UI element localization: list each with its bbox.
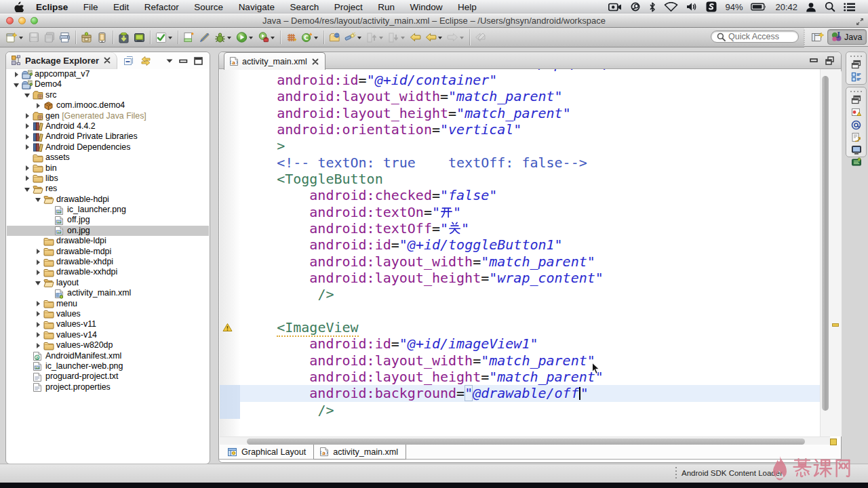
device-screen-capture-button[interactable] <box>132 29 147 45</box>
tree-item-drawable-xhdpi[interactable]: drawable-xhdpi <box>7 257 209 267</box>
view-menu-icon[interactable] <box>166 58 173 64</box>
new-wizard-button[interactable] <box>4 29 26 45</box>
tree-collapsed-arrow-icon[interactable] <box>35 342 41 349</box>
tree-collapsed-arrow-icon[interactable] <box>35 300 41 307</box>
android-sdk-manager-button[interactable] <box>79 29 94 45</box>
dropdown-caret-icon[interactable] <box>379 37 383 39</box>
tree-expanded-arrow-icon[interactable] <box>24 92 31 98</box>
maximize-icon[interactable] <box>194 57 203 65</box>
coverage-button[interactable] <box>283 29 299 45</box>
tree-collapsed-arrow-icon[interactable] <box>24 134 31 140</box>
dropdown-caret-icon[interactable] <box>249 37 253 39</box>
overview-warning-marker[interactable] <box>832 323 839 327</box>
open-task-button[interactable] <box>327 29 342 45</box>
tree-item-values-w820dp[interactable]: values-w820dp <box>7 340 209 350</box>
avd-manager-button[interactable] <box>94 29 110 45</box>
tree-item-bin[interactable]: bin <box>7 163 209 174</box>
tree-item-androidmanifest-xml[interactable]: aAndroidManifest.xml <box>7 351 209 361</box>
tree-item-values[interactable]: values <box>7 309 209 319</box>
editor-tab-activity-main[interactable]: a activity_main.xml <box>224 52 326 70</box>
notification-center-icon[interactable] <box>844 3 855 12</box>
tree-collapsed-arrow-icon[interactable] <box>35 310 41 317</box>
tree-item-android-4-4-2[interactable]: Android 4.4.2 <box>7 121 209 131</box>
wifi-icon[interactable] <box>664 2 678 12</box>
menu-refactor[interactable]: Refactor <box>144 2 179 12</box>
code-editor[interactable]: xmlns:tools="schemas.android.com/apk/res… <box>220 69 820 436</box>
tree-item-menu[interactable]: menu <box>7 299 209 309</box>
tray-text[interactable]: 94% <box>725 2 743 12</box>
dropdown-caret-icon[interactable] <box>168 37 172 39</box>
tree-item-ic-launcher-png[interactable]: ic_launcher.png <box>7 205 209 215</box>
apple-menu[interactable] <box>14 1 24 12</box>
tree-item-assets[interactable]: assets <box>7 152 209 163</box>
tree-item-activity-main-xml[interactable]: activity_main.xml <box>7 288 209 298</box>
tree-item-values-v14[interactable]: values-v14 <box>7 330 209 340</box>
tree-collapsed-arrow-icon[interactable] <box>35 321 41 328</box>
perspective-bar-handle[interactable] <box>804 30 805 45</box>
new-class-button[interactable]: C <box>299 29 321 45</box>
tree-collapsed-arrow-icon[interactable] <box>24 175 31 182</box>
new-android-xml-button[interactable] <box>181 29 197 45</box>
menu-navigate[interactable]: Navigate <box>239 2 275 12</box>
back-history-button[interactable] <box>423 29 445 45</box>
spotlight-icon[interactable] <box>825 1 835 12</box>
tree-item-com-imooc-demo4[interactable]: com.imooc.demo4 <box>7 100 209 110</box>
tree-item-demo4[interactable]: Demo4 <box>7 79 209 89</box>
horizontal-scrollbar-thumb[interactable] <box>247 439 805 445</box>
menu-eclipse[interactable]: Eclipse <box>36 2 68 12</box>
vertical-scrollbar-thumb[interactable] <box>822 76 829 411</box>
toggle-mark-occurrences-button[interactable] <box>197 29 212 45</box>
javadoc-view-button[interactable] <box>846 119 866 131</box>
search-button[interactable] <box>342 29 364 45</box>
screen-recording-icon[interactable] <box>608 3 622 12</box>
problems-view-button[interactable] <box>846 106 866 118</box>
window-minimize-button[interactable] <box>18 17 26 24</box>
tree-item-ic-launcher-web-png[interactable]: ic_launcher-web.png <box>7 361 209 371</box>
window-close-button[interactable] <box>6 17 14 24</box>
window-title-bar[interactable]: Java – Demo4/res/layout/activity_main.xm… <box>0 14 868 28</box>
close-view-icon[interactable] <box>104 57 111 64</box>
volume-icon[interactable] <box>686 2 698 12</box>
tree-item-android-dependencies[interactable]: Android Dependencies <box>7 142 209 152</box>
dropdown-caret-icon[interactable] <box>438 37 442 39</box>
menu-run[interactable]: Run <box>378 2 395 12</box>
tree-collapsed-arrow-icon[interactable] <box>35 259 41 266</box>
tree-item-drawable-mdpi[interactable]: drawable-mdpi <box>7 247 209 257</box>
new-test-button[interactable] <box>153 29 175 45</box>
tree-collapsed-arrow-icon[interactable] <box>35 248 41 255</box>
tree-item-libs[interactable]: libs <box>7 174 209 184</box>
warning-icon[interactable] <box>222 323 233 332</box>
tree-item-src[interactable]: src <box>7 90 209 100</box>
dropdown-caret-icon[interactable] <box>314 37 318 39</box>
vertical-scrollbar[interactable] <box>820 69 830 436</box>
logcat-view-button[interactable] <box>846 157 866 168</box>
menu-project[interactable]: Project <box>334 2 363 12</box>
tree-collapsed-arrow-icon[interactable] <box>24 144 31 150</box>
tree-item-drawable-hdpi[interactable]: drawable-hdpi <box>7 195 209 205</box>
tree-item-layout[interactable]: layout <box>7 278 209 288</box>
dropdown-caret-icon[interactable] <box>357 37 361 39</box>
horizontal-scrollbar[interactable] <box>220 436 830 445</box>
minimize-icon[interactable] <box>179 57 188 65</box>
tree-expanded-arrow-icon[interactable] <box>13 81 20 88</box>
menu-file[interactable]: File <box>83 2 98 12</box>
tree-item-appcompat-v7[interactable]: appcompat_v7 <box>7 69 209 79</box>
user-icon[interactable] <box>806 2 816 12</box>
dropdown-caret-icon[interactable] <box>227 37 231 39</box>
strip-drag-handle[interactable] <box>850 89 862 93</box>
restore-pane-button[interactable] <box>846 59 866 70</box>
input-method-icon[interactable] <box>706 1 717 12</box>
tree-item-values-v11[interactable]: values-v11 <box>7 319 209 329</box>
sdk-download-button[interactable] <box>116 29 132 45</box>
tree-collapsed-arrow-icon[interactable] <box>35 269 41 276</box>
tree-expanded-arrow-icon[interactable] <box>35 279 41 286</box>
tree-item-proguard-project-txt[interactable]: proguard-project.txt <box>7 371 209 382</box>
window-zoom-button[interactable] <box>31 17 38 24</box>
tree-expanded-arrow-icon[interactable] <box>35 196 41 203</box>
close-tab-icon[interactable] <box>312 58 319 65</box>
tree-item-res[interactable]: res <box>7 184 209 194</box>
external-tools-button[interactable] <box>256 29 277 45</box>
battery-icon[interactable] <box>751 3 767 11</box>
menu-source[interactable]: Source <box>194 2 223 12</box>
dropdown-caret-icon[interactable] <box>460 37 464 39</box>
